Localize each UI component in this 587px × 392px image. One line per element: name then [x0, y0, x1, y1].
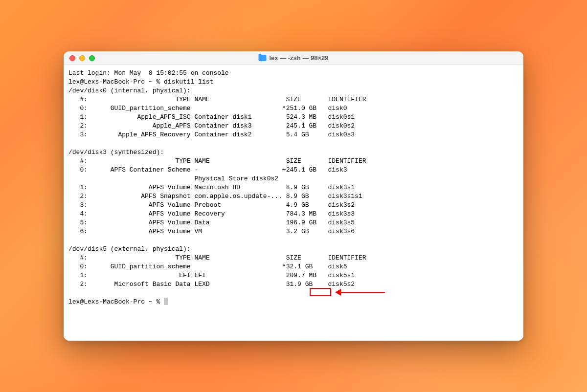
disk3-col-header: #: TYPE NAME SIZE IDENTIFIER — [68, 157, 366, 165]
window-title: lex — -zsh — 98×29 — [258, 54, 328, 62]
disk5-row-0: 0: GUID_partition_scheme *32.1 GB disk5 — [68, 263, 347, 270]
highlight-annotation — [310, 288, 331, 296]
disk0-row-2: 2: Apple_APFS Container disk3 245.1 GB d… — [68, 122, 355, 130]
disk3-row-1: Physical Store disk0s2 — [68, 175, 278, 182]
disk0-row-0: 0: GUID_partition_scheme *251.0 GB disk0 — [68, 105, 347, 112]
arrow-head-icon — [335, 289, 341, 296]
disk3-row-3: 2: APFS Snapshot com.apple.os.update-...… — [68, 193, 362, 200]
maximize-button[interactable] — [89, 55, 95, 61]
disk3-row-0: 0: APFS Container Scheme - +245.1 GB dis… — [68, 166, 347, 174]
disk3-row-4: 3: APFS Volume Preboot 4.9 GB disk3s2 — [68, 201, 355, 209]
title-text: lex — -zsh — 98×29 — [269, 54, 328, 62]
last-login-line: Last login: Mon May 8 15:02:55 on consol… — [68, 69, 229, 77]
disk0-header: /dev/disk0 (internal, physical): — [68, 87, 191, 94]
disk3-row-2: 1: APFS Volume Macintosh HD 8.9 GB disk3… — [68, 184, 355, 191]
disk3-row-6: 5: APFS Volume Data 196.9 GB disk3s5 — [68, 219, 355, 226]
prompt-line-1: lex@Lexs-MacBook-Pro ~ % diskutil list — [68, 78, 213, 86]
disk3-row-7: 6: APFS Volume VM 3.2 GB disk3s6 — [68, 228, 355, 235]
disk0-row-3: 3: Apple_APFS_Recovery Container disk2 5… — [68, 131, 355, 138]
disk3-header: /dev/disk3 (synthesized): — [68, 149, 164, 156]
disk5-row-1: 1: EFI EFI 209.7 MB disk5s1 — [68, 272, 355, 279]
disk3-row-5: 4: APFS Volume Recovery 784.3 MB disk3s3 — [68, 210, 355, 218]
arrow-line — [341, 292, 385, 293]
prompt-line-2: lex@Lexs-MacBook-Pro ~ % — [68, 298, 164, 305]
terminal-window: lex — -zsh — 98×29 Last login: Mon May 8… — [64, 51, 523, 341]
disk5-col-header: #: TYPE NAME SIZE IDENTIFIER — [68, 254, 366, 261]
arrow-annotation — [335, 289, 385, 296]
folder-icon — [258, 55, 266, 61]
close-button[interactable] — [69, 55, 75, 61]
disk5-header: /dev/disk5 (external, physical): — [68, 245, 191, 253]
traffic-lights — [69, 55, 95, 61]
disk0-col-header: #: TYPE NAME SIZE IDENTIFIER — [68, 96, 366, 103]
disk0-row-1: 1: Apple_APFS_ISC Container disk1 524.3 … — [68, 113, 355, 121]
terminal-content[interactable]: Last login: Mon May 8 15:02:55 on consol… — [64, 65, 523, 341]
disk5-row-2: 2: Microsoft Basic Data LEXD 31.9 GB dis… — [68, 281, 355, 288]
cursor — [164, 298, 168, 305]
window-titlebar[interactable]: lex — -zsh — 98×29 — [64, 51, 523, 65]
minimize-button[interactable] — [79, 55, 85, 61]
